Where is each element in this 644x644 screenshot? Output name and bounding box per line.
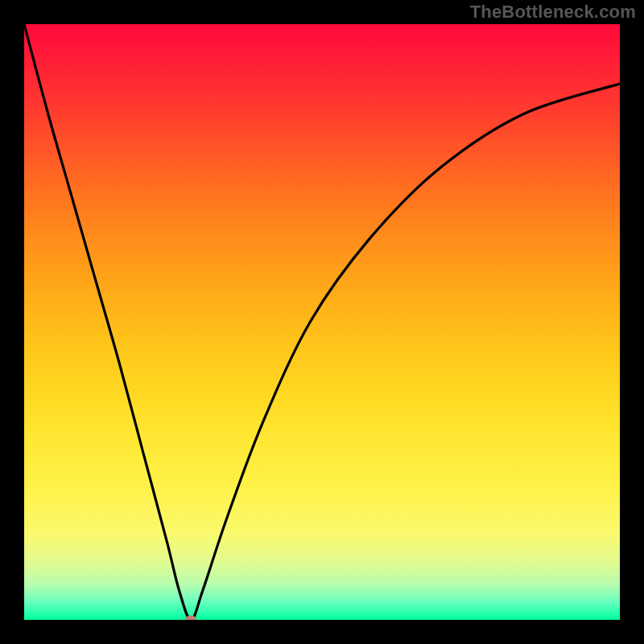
bottleneck-curve — [24, 24, 620, 620]
plot-area — [24, 24, 620, 620]
watermark-text: TheBottleneck.com — [470, 2, 636, 23]
minimum-marker — [185, 616, 196, 621]
chart-frame: TheBottleneck.com — [0, 0, 644, 644]
